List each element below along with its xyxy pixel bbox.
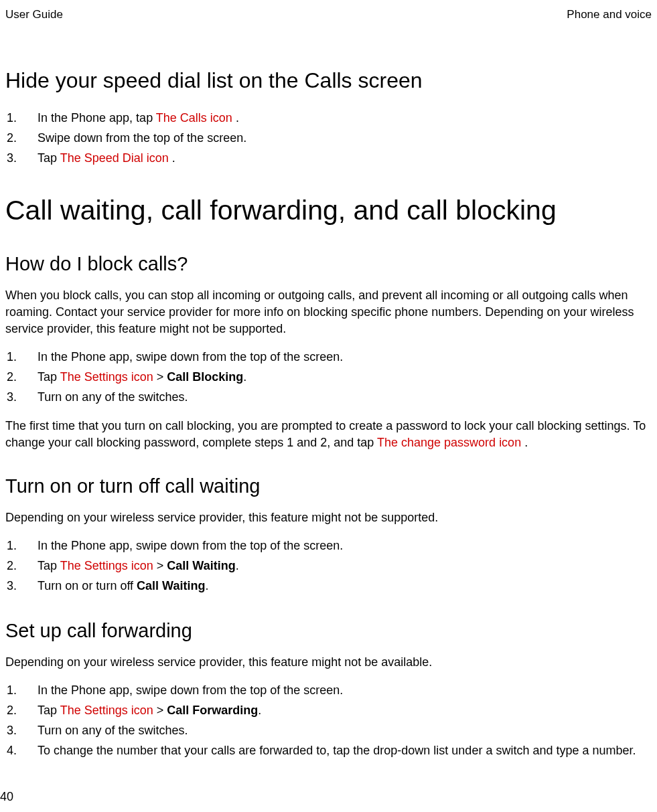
step-text: Turn on any of the switches. bbox=[38, 724, 188, 737]
speed-dial-icon: The Speed Dial icon bbox=[60, 151, 169, 165]
step-suffix: . bbox=[258, 704, 261, 717]
list-item: 1.In the Phone app, swipe down from the … bbox=[5, 348, 652, 367]
list-item: 4.To change the number that your calls a… bbox=[5, 742, 652, 760]
section3-title: Turn on or turn off call waiting bbox=[5, 475, 652, 497]
list-item: 2.Swipe down from the top of the screen. bbox=[5, 129, 652, 148]
step-text: In the Phone app, tap bbox=[38, 111, 156, 125]
step-num: 3. bbox=[7, 388, 17, 407]
list-item: 1.In the Phone app, swipe down from the … bbox=[5, 681, 652, 700]
step-suffix: . bbox=[232, 111, 239, 125]
section1-steps: 1.In the Phone app, tap The Calls icon .… bbox=[5, 109, 652, 168]
list-item: 3.Turn on or turn off Call Waiting. bbox=[5, 577, 652, 596]
step-text: In the Phone app, swipe down from the to… bbox=[38, 350, 343, 363]
section4-title: Set up call forwarding bbox=[5, 620, 652, 642]
step-num: 1. bbox=[7, 348, 17, 367]
page-header: User Guide Phone and voice bbox=[5, 8, 652, 21]
step-num: 2. bbox=[7, 129, 17, 148]
list-item: 2.Tap The Settings icon > Call Waiting. bbox=[5, 557, 652, 576]
step-num: 3. bbox=[7, 577, 17, 596]
section2-title: How do I block calls? bbox=[5, 253, 652, 275]
step-suffix: . bbox=[243, 370, 246, 384]
list-item: 3.Tap The Speed Dial icon . bbox=[5, 149, 652, 168]
step-mid: > bbox=[153, 559, 167, 572]
step-prefix: Turn on or turn off bbox=[38, 579, 137, 592]
step-suffix: . bbox=[236, 559, 239, 572]
header-left: User Guide bbox=[5, 8, 63, 21]
step-num: 2. bbox=[7, 702, 17, 720]
step-num: 1. bbox=[7, 109, 17, 128]
step-mid: > bbox=[153, 370, 167, 384]
list-item: 2.Tap The Settings icon > Call Forwardin… bbox=[5, 702, 652, 720]
step-bold: Call Waiting bbox=[167, 559, 235, 572]
section1-title: Hide your speed dial list on the Calls s… bbox=[5, 68, 652, 93]
outro-prefix: The first time that you turn on call blo… bbox=[5, 419, 646, 449]
step-mid: > bbox=[153, 704, 167, 717]
section4-intro: Depending on your wireless service provi… bbox=[5, 654, 652, 671]
list-item: 2.Tap The Settings icon > Call Blocking. bbox=[5, 368, 652, 387]
step-text: Turn on any of the switches. bbox=[38, 390, 188, 404]
settings-icon: The Settings icon bbox=[60, 559, 153, 572]
change-password-icon: The change password icon bbox=[377, 436, 521, 449]
step-num: 2. bbox=[7, 368, 17, 387]
step-num: 1. bbox=[7, 537, 17, 556]
section2-outro: The first time that you turn on call blo… bbox=[5, 418, 652, 451]
step-num: 2. bbox=[7, 557, 17, 576]
step-text: Tap bbox=[38, 151, 60, 165]
page-content: Hide your speed dial list on the Calls s… bbox=[5, 68, 652, 760]
step-num: 3. bbox=[7, 722, 17, 740]
step-bold: Call Blocking bbox=[167, 370, 243, 384]
step-prefix: Tap bbox=[38, 704, 60, 717]
step-suffix: . bbox=[205, 579, 208, 592]
section3-steps: 1.In the Phone app, swipe down from the … bbox=[5, 537, 652, 596]
page-number: 40 bbox=[0, 790, 13, 804]
step-bold: Call Forwarding bbox=[167, 704, 258, 717]
settings-icon: The Settings icon bbox=[60, 370, 153, 384]
section2-steps: 1.In the Phone app, swipe down from the … bbox=[5, 348, 652, 407]
header-right: Phone and voice bbox=[567, 8, 652, 21]
settings-icon: The Settings icon bbox=[60, 704, 153, 717]
step-num: 3. bbox=[7, 149, 17, 168]
list-item: 3.Turn on any of the switches. bbox=[5, 722, 652, 740]
step-num: 1. bbox=[7, 681, 17, 700]
main-heading: Call waiting, call forwarding, and call … bbox=[5, 195, 652, 226]
step-text: In the Phone app, swipe down from the to… bbox=[38, 683, 343, 697]
step-text: In the Phone app, swipe down from the to… bbox=[38, 539, 343, 552]
outro-suffix: . bbox=[521, 436, 528, 449]
step-prefix: Tap bbox=[38, 370, 60, 384]
section4-steps: 1.In the Phone app, swipe down from the … bbox=[5, 681, 652, 760]
step-text: To change the number that your calls are… bbox=[38, 744, 636, 757]
step-prefix: Tap bbox=[38, 559, 60, 572]
step-suffix: . bbox=[169, 151, 175, 165]
calls-icon: The Calls icon bbox=[156, 111, 232, 125]
list-item: 3.Turn on any of the switches. bbox=[5, 388, 652, 407]
step-bold: Call Waiting bbox=[137, 579, 205, 592]
step-num: 4. bbox=[7, 742, 17, 760]
section3-intro: Depending on your wireless service provi… bbox=[5, 509, 652, 526]
list-item: 1.In the Phone app, swipe down from the … bbox=[5, 537, 652, 556]
list-item: 1.In the Phone app, tap The Calls icon . bbox=[5, 109, 652, 128]
step-text: Swipe down from the top of the screen. bbox=[38, 131, 246, 145]
section2-intro: When you block calls, you can stop all i… bbox=[5, 287, 652, 338]
